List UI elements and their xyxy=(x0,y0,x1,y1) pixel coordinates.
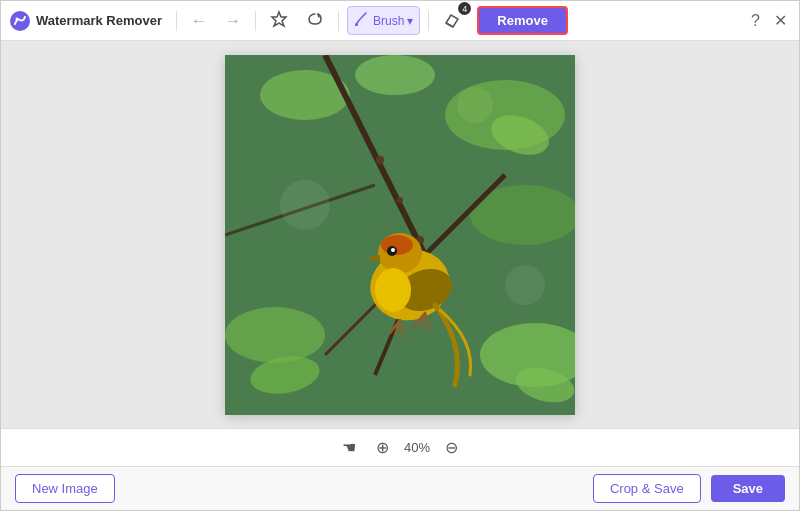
erase-tool-wrapper: 4 xyxy=(437,6,467,35)
zoom-out-icon: ⊖ xyxy=(445,439,458,456)
hand-icon: ☚ xyxy=(342,439,356,456)
help-button[interactable]: ? xyxy=(747,8,764,34)
svg-point-8 xyxy=(225,307,325,363)
undo-button[interactable]: ← xyxy=(185,9,213,33)
svg-point-22 xyxy=(375,268,411,312)
undo-icon: ← xyxy=(191,13,207,29)
zoom-out-button[interactable]: ⊖ xyxy=(440,436,463,459)
toolbar-separator-3 xyxy=(338,11,339,31)
brush-chevron-icon: ▾ xyxy=(407,14,413,28)
app-logo-icon xyxy=(9,10,31,32)
help-icon: ? xyxy=(751,12,760,29)
svg-point-24 xyxy=(391,248,395,252)
brush-tool-button[interactable]: Brush ▾ xyxy=(347,6,420,35)
lasso-icon xyxy=(306,10,324,31)
image-container xyxy=(225,55,575,415)
zoom-level: 40% xyxy=(404,440,430,455)
lasso-tool-button[interactable] xyxy=(300,6,330,35)
bird-image xyxy=(225,55,575,415)
crop-save-button[interactable]: Crop & Save xyxy=(593,474,701,503)
brush-label: Brush xyxy=(373,14,404,28)
svg-point-31 xyxy=(457,87,493,123)
action-bar: New Image Crop & Save Save xyxy=(1,466,799,510)
app-logo: Watermark Remover xyxy=(9,10,162,32)
redo-icon: → xyxy=(225,13,241,29)
erase-icon xyxy=(443,10,461,31)
toolbar-right: ? ✕ xyxy=(747,7,791,34)
toolbar-separator-1 xyxy=(176,11,177,31)
zoom-bar: ☚ ⊕ 40% ⊖ xyxy=(1,428,799,466)
redo-button[interactable]: → xyxy=(219,9,247,33)
svg-point-15 xyxy=(376,156,384,164)
canvas-area xyxy=(1,41,799,428)
zoom-in-icon: ⊕ xyxy=(376,439,389,456)
toolbar-separator-4 xyxy=(428,11,429,31)
svg-point-30 xyxy=(505,265,545,305)
hand-tool-button[interactable]: ☚ xyxy=(337,436,361,459)
svg-marker-2 xyxy=(272,12,286,26)
close-button[interactable]: ✕ xyxy=(770,7,791,34)
action-bar-right: Crop & Save Save xyxy=(593,474,785,503)
selection-icon xyxy=(270,10,288,31)
toolbar: Watermark Remover ← → xyxy=(1,1,799,41)
svg-point-20 xyxy=(381,235,413,255)
svg-point-16 xyxy=(397,197,403,203)
brush-icon xyxy=(354,11,370,30)
bird-illustration xyxy=(225,55,575,415)
notification-badge: 4 xyxy=(458,2,471,15)
svg-point-29 xyxy=(280,180,330,230)
selection-tool-button[interactable] xyxy=(264,6,294,35)
svg-point-1 xyxy=(16,17,19,20)
close-icon: ✕ xyxy=(774,12,787,29)
svg-point-3 xyxy=(355,23,358,26)
toolbar-separator-2 xyxy=(255,11,256,31)
zoom-in-button[interactable]: ⊕ xyxy=(371,436,394,459)
svg-point-10 xyxy=(355,55,435,95)
new-image-button[interactable]: New Image xyxy=(15,474,115,503)
app-title: Watermark Remover xyxy=(36,13,162,28)
remove-button[interactable]: Remove xyxy=(477,6,568,35)
save-button[interactable]: Save xyxy=(711,475,785,502)
